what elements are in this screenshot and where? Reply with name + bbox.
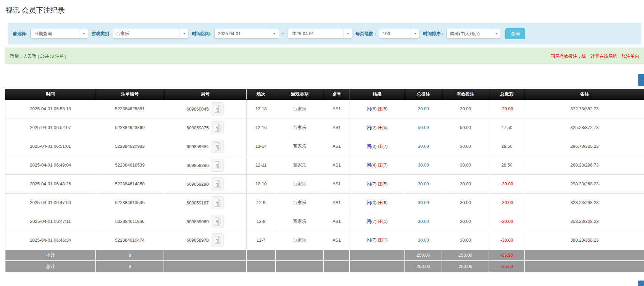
table-row: 2025-04-01 06:49:04522384616539609859386… <box>5 156 644 174</box>
total-valid-bet: 250.00 <box>442 261 489 272</box>
column-header-total-bet: 总投注 <box>405 89 442 99</box>
result-banker-score: (5) <box>382 125 388 130</box>
round-number: 609859386 <box>186 162 209 168</box>
cell-round: 609859386 <box>164 156 246 174</box>
total-note <box>525 261 644 272</box>
result-player: 闲 <box>367 237 371 242</box>
sort-order-select[interactable]: 降冪(由大到小) <box>446 29 501 39</box>
cell-session: 12-11 <box>246 156 276 174</box>
cell-total-bet[interactable]: 50.00 <box>405 118 442 137</box>
video-replay-button[interactable] <box>211 196 224 209</box>
summary-bar: 币别：人民币 | 总共 :8 注单 | 同局有效投注，统一计算在该局第一张注单内 <box>5 48 644 64</box>
column-header-round: 局号 <box>164 89 246 99</box>
result-banker-score: (7) <box>382 144 388 149</box>
result-banker: 庄 <box>378 144 382 149</box>
cell-game-type: 百家乐 <box>276 118 324 137</box>
query-type-select[interactable]: 日期查询 <box>30 29 88 39</box>
page-size-dropdown-button[interactable] <box>411 29 419 38</box>
date-to-dropdown-button[interactable] <box>343 29 352 38</box>
currency-total-text: 币别：人民币 | 总共 :8 注单 | <box>10 53 66 59</box>
result-player-score: (7) <box>371 181 378 186</box>
cell-total-bet[interactable]: 30.00 <box>405 174 442 193</box>
video-replay-button[interactable] <box>211 102 224 115</box>
cell-time: 2025-04-01 06:53:13 <box>5 99 96 118</box>
result-player-score: (0) <box>371 144 378 149</box>
cell-payout: -30.00 <box>489 193 525 212</box>
cell-total-bet[interactable]: 30.00 <box>405 137 442 156</box>
filter-bar: 请选择: 日期查询 游戏类别 百家乐 时间区间: 2025-04-01 ~ 20… <box>8 23 641 44</box>
cell-total-bet[interactable]: 30.00 <box>405 193 442 212</box>
game-type-select[interactable]: 百家乐 <box>112 29 189 39</box>
date-from-dropdown-button[interactable] <box>270 29 279 38</box>
caret-down-icon <box>183 33 186 34</box>
result-banker: 庄 <box>378 237 382 242</box>
video-replay-button[interactable] <box>211 233 224 246</box>
result-banker: 庄 <box>378 125 382 130</box>
cell-session: 12-7 <box>246 231 276 249</box>
date-from-select[interactable]: 2025-04-01 <box>214 29 279 39</box>
video-replay-button[interactable] <box>211 215 224 228</box>
table-row: 2025-04-01 06:46:34522384610474609858978… <box>5 231 644 249</box>
page-1-button[interactable]: 1 <box>638 281 644 286</box>
sort-order-dropdown-button[interactable] <box>492 29 501 38</box>
subtotal-empty <box>350 249 405 261</box>
cell-time: 2025-04-01 06:47:11 <box>5 212 96 231</box>
cell-table-no: AS1 <box>324 231 350 249</box>
table-row: 2025-04-01 06:47:50522384613545609859187… <box>5 193 644 212</box>
date-from-value: 2025-04-01 <box>215 29 270 38</box>
cell-valid-bet: 30.00 <box>442 193 489 212</box>
cell-session: 12-8 <box>246 212 276 231</box>
result-player: 闲 <box>367 162 371 168</box>
page-1-button[interactable]: 1 <box>638 74 644 86</box>
page-size-select[interactable]: 100 <box>379 29 420 39</box>
cell-bet-id: 522384616539 <box>96 156 164 174</box>
video-file-icon <box>213 198 222 207</box>
cell-game-type: 百家乐 <box>276 193 324 212</box>
query-type-dropdown-button[interactable] <box>79 29 88 38</box>
cell-time: 2025-04-01 06:51:01 <box>5 137 96 156</box>
round-number: 609859875 <box>186 125 209 130</box>
cell-total-bet[interactable]: 20.00 <box>405 99 442 118</box>
cell-game-type: 百家乐 <box>276 231 324 249</box>
table-row: 2025-04-01 06:53:13522384625851609860045… <box>5 99 644 118</box>
cell-payout: -30.00 <box>489 174 525 193</box>
cell-session: 12-9 <box>246 193 276 212</box>
cell-time: 2025-04-01 06:48:26 <box>5 174 96 193</box>
cell-bet-id: 522384614850 <box>96 174 164 193</box>
round-number: 609859187 <box>186 200 209 205</box>
cell-valid-bet: 20.00 <box>442 99 489 118</box>
cell-note: 296.73/325.23 <box>525 137 644 156</box>
result-player: 闲 <box>367 106 371 111</box>
result-player: 闲 <box>367 144 371 149</box>
cell-time: 2025-04-01 06:52:07 <box>5 118 96 137</box>
subtotal-empty <box>246 249 276 261</box>
subtotal-payout: -35.50 <box>489 249 525 261</box>
subtotal-count: 8 <box>96 249 164 261</box>
cell-valid-bet: 30.00 <box>442 156 489 174</box>
cell-valid-bet: 30.00 <box>442 231 489 249</box>
result-player: 闲 <box>367 181 371 186</box>
cell-total-bet[interactable]: 30.00 <box>405 212 442 231</box>
cell-game-type: 百家乐 <box>276 174 324 193</box>
cell-total-bet[interactable]: 30.00 <box>405 156 442 174</box>
cell-payout: -20.00 <box>489 99 525 118</box>
cell-session: 12-10 <box>246 174 276 193</box>
cell-bet-id: 522384625851 <box>96 99 164 118</box>
cell-result: 闲(7) 庄(1) <box>350 212 405 231</box>
search-button[interactable]: 查询 <box>505 28 525 39</box>
video-replay-button[interactable] <box>211 121 224 134</box>
video-replay-button[interactable] <box>211 140 224 153</box>
video-replay-button[interactable] <box>211 177 224 190</box>
video-replay-button[interactable] <box>211 159 224 172</box>
total-count: 8 <box>96 261 164 272</box>
total-empty <box>276 261 324 272</box>
cell-total-bet[interactable]: 30.00 <box>405 231 442 249</box>
game-type-dropdown-button[interactable] <box>180 29 188 38</box>
date-to-select[interactable]: 2025-04-01 <box>288 29 352 39</box>
cell-time: 2025-04-01 06:46:34 <box>5 231 96 249</box>
round-number: 609858978 <box>186 238 209 243</box>
round-number: 609859684 <box>186 144 209 149</box>
cell-note: 358.23/328.23 <box>525 212 644 231</box>
result-banker: 庄 <box>378 106 382 111</box>
date-to-value: 2025-04-01 <box>288 29 343 38</box>
